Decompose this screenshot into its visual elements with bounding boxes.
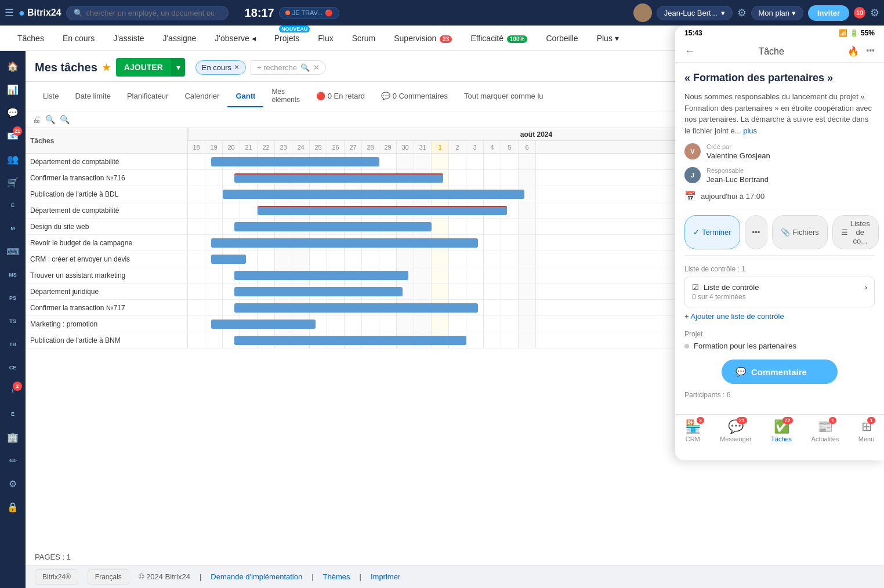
bottom-nav-taches[interactable]: ✅ 72 Tâches — [771, 419, 792, 442]
avatar[interactable] — [633, 3, 652, 22]
commentaire-button[interactable]: 💬 Commentaire — [722, 360, 838, 384]
print-icon[interactable]: 🖨 — [32, 115, 41, 124]
tab-plus[interactable]: Plus ▾ — [589, 29, 627, 48]
subnav-tout-marquer[interactable]: Tout marquer comme lu — [456, 86, 552, 107]
zoom-in-icon[interactable]: 🔍 — [45, 115, 55, 124]
fichiers-button[interactable]: 📎 Fichiers — [772, 215, 828, 249]
tab-j-observe[interactable]: J'observe ◂ — [206, 29, 263, 48]
sidebar-item-people[interactable]: 👥 — [2, 148, 23, 169]
plan-button[interactable]: Mon plan ▾ — [751, 6, 803, 20]
gantt-cell-7-19 — [519, 267, 536, 283]
tab-flux[interactable]: Flux — [310, 29, 341, 48]
add-button[interactable]: AJOUTER — [116, 58, 171, 77]
active-filter-tag[interactable]: En cours ✕ — [195, 60, 246, 75]
project-tag[interactable]: Formation pour les partenaires — [684, 342, 875, 350]
remove-filter-icon[interactable]: ✕ — [234, 63, 240, 71]
tab-scrum[interactable]: Scrum — [344, 29, 383, 48]
listes-button[interactable]: ☰ Listes de co... — [832, 215, 879, 249]
tab-efficacite[interactable]: Efficacité 100% — [462, 29, 535, 48]
profile-settings-icon[interactable]: ⚙ — [737, 6, 747, 19]
sidebar-item-ms[interactable]: MS — [2, 264, 23, 285]
sidebar-item-cart[interactable]: 🛒 — [2, 172, 23, 193]
sidebar-item-ce[interactable]: CE — [2, 357, 23, 378]
tab-j-assigne[interactable]: J'assigne — [154, 29, 204, 48]
invite-button[interactable]: Inviter — [808, 5, 849, 21]
status-badge[interactable]: JE TRAV... 🔴 — [279, 7, 339, 19]
back-icon[interactable]: ← — [684, 45, 695, 57]
sidebar-item-circle[interactable]: E — [2, 195, 23, 216]
sidebar-item-i[interactable]: I 2 — [2, 380, 23, 401]
subnav-planificateur[interactable]: Planificateur — [119, 86, 177, 107]
sidebar-item-tb[interactable]: TB — [2, 334, 23, 355]
gantt-cell-6-17 — [484, 251, 501, 267]
subnav-date-limite[interactable]: Date limite — [67, 86, 118, 107]
bottom-nav-menu[interactable]: ⊞ 1 Menu — [858, 419, 875, 442]
sidebar-item-edit[interactable]: ✏ — [2, 450, 23, 471]
search-bar[interactable]: 🔍 — [66, 6, 229, 20]
menu-icon[interactable]: ☰ — [5, 6, 14, 19]
subnav-calendrier[interactable]: Calendrier — [176, 86, 227, 107]
subnav-liste[interactable]: Liste — [35, 86, 67, 107]
sidebar-item-settings[interactable]: ⚙ — [2, 473, 23, 494]
sidebar-item-code[interactable]: ⌨ — [2, 241, 23, 262]
sidebar-item-chart[interactable]: 📊 — [2, 79, 23, 100]
search-input[interactable] — [86, 9, 214, 17]
checklist-item[interactable]: ☑ Liste de contrôle › 0 sur 4 terminées — [684, 277, 875, 307]
subnav-commentaires[interactable]: 💬 0 Commentaires — [373, 86, 456, 107]
logo[interactable]: ● Bitrix24 — [19, 7, 61, 19]
top-settings-icon[interactable]: ⚙ — [870, 6, 879, 19]
chevron-right-icon[interactable]: › — [865, 283, 867, 292]
tab-en-cours[interactable]: En cours — [55, 29, 103, 48]
footer-imprimer-link[interactable]: Imprimer — [371, 572, 400, 581]
user-button[interactable]: Jean-Luc Bert... ▾ — [657, 6, 733, 20]
subnav-gantt[interactable]: Gantt — [227, 86, 263, 107]
footer-demande-link[interactable]: Demande d'implémentation — [211, 572, 302, 581]
bottom-nav-messenger[interactable]: 💬 21 Messenger — [720, 419, 751, 442]
gantt-cell-11-17 — [484, 332, 501, 348]
tab-taches[interactable]: Tâches — [9, 29, 52, 48]
gantt-bar-3 — [258, 206, 507, 215]
more-label[interactable]: plus — [743, 126, 757, 135]
mobile-fire-icon[interactable]: 🔥 — [847, 46, 859, 57]
footer-themes-link[interactable]: Thèmes — [323, 572, 350, 581]
add-checklist-button[interactable]: + Ajouter une liste de contrôle — [684, 312, 875, 321]
subnav-mes-elements[interactable]: Meséléments — [263, 82, 308, 111]
zoom-out-icon[interactable]: 🔍 — [60, 115, 70, 124]
bottom-nav-crm[interactable]: 🏪 3 CRM — [685, 419, 701, 442]
lang-footer-btn[interactable]: Français — [88, 569, 129, 585]
mobile-more-icon[interactable]: ••• — [866, 46, 875, 57]
terminer-icon: ✓ — [693, 228, 700, 237]
tab-corbeille[interactable]: Corbeille — [538, 29, 586, 48]
bitrix-footer-btn[interactable]: Bitrix24® — [35, 569, 78, 585]
sidebar-item-ts[interactable]: TS — [2, 311, 23, 332]
more-actions-button[interactable]: ••• — [745, 215, 768, 249]
sidebar-item-ps[interactable]: PS — [2, 288, 23, 308]
bottom-nav-actualites[interactable]: 📰 1 Actualités — [811, 419, 839, 442]
sidebar-item-lock[interactable]: 🔒 — [2, 496, 23, 517]
clear-search-icon[interactable]: ✕ — [313, 63, 320, 72]
sidebar-item-chat[interactable]: 💬 — [2, 102, 23, 123]
gantt-cell-6-0 — [188, 251, 205, 267]
gantt-cell-7-15 — [449, 267, 466, 283]
sidebar-label-ce: CE — [9, 365, 17, 371]
gantt-cell-4-19 — [519, 219, 536, 234]
subnav-en-retard[interactable]: 🔴 0 En retard — [308, 86, 373, 107]
i-badge: 2 — [13, 382, 22, 391]
sidebar-item-mail[interactable]: 📧 21 — [2, 125, 23, 146]
favorite-icon[interactable]: ★ — [102, 62, 110, 73]
participants-label: Participants : 6 — [684, 391, 875, 399]
sidebar-item-building[interactable]: 🏢 — [2, 427, 23, 448]
tab-supervision[interactable]: Supervision 23 — [386, 29, 460, 48]
terminer-button[interactable]: ✓ Terminer — [684, 215, 740, 249]
new-badge: NOUVEAU — [279, 26, 310, 32]
task-search[interactable]: + recherche 🔍 ✕ — [251, 60, 326, 75]
notification-badge[interactable]: 10 — [854, 7, 865, 19]
add-button-arrow[interactable]: ▾ — [171, 58, 185, 77]
gantt-cell-0-12 — [397, 154, 414, 169]
tab-j-assiste[interactable]: J'assiste — [105, 29, 152, 48]
messenger-badge: 21 — [737, 417, 747, 424]
gantt-cell-9-0 — [188, 300, 205, 315]
sidebar-item-home[interactable]: 🏠 — [2, 56, 23, 77]
sidebar-item-e2[interactable]: E — [2, 404, 23, 424]
sidebar-item-m[interactable]: M — [2, 218, 23, 239]
